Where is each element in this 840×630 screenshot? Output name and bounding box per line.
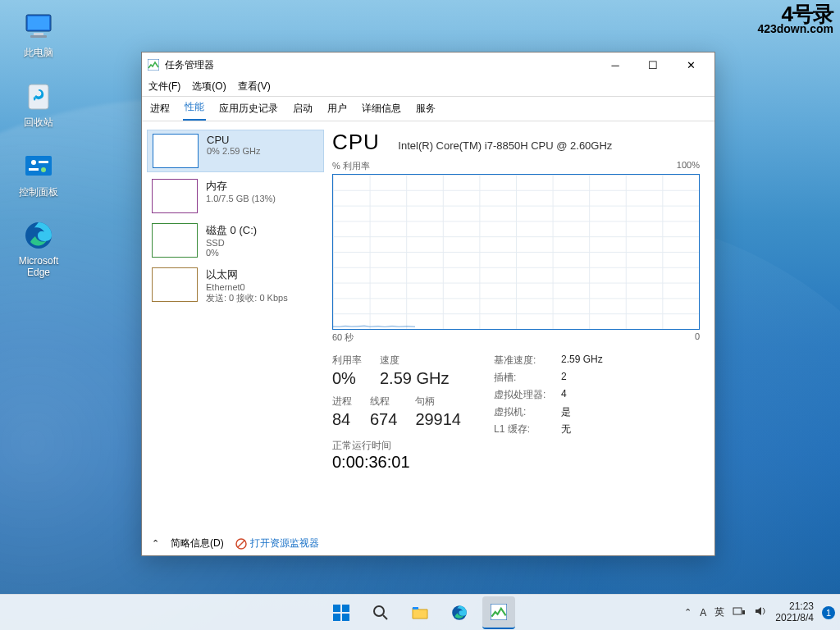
taskbar-center — [325, 596, 515, 629]
metric-key: 利用率 — [332, 354, 362, 368]
clock-date: 2021/8/4 — [775, 613, 814, 624]
ime-indicator-a[interactable]: A — [700, 607, 706, 619]
svg-rect-7 — [39, 161, 48, 163]
notification-badge[interactable]: 1 — [822, 606, 835, 619]
metric-value: 674 — [370, 410, 397, 429]
metric-sockets: 插槽:2 — [494, 371, 603, 385]
menu-view[interactable]: 查看(V) — [238, 80, 271, 94]
cpu-chart[interactable] — [332, 174, 700, 330]
tab-startup[interactable]: 启动 — [291, 97, 314, 121]
chart-line — [333, 324, 415, 327]
sidebar-sub: 0% 2.59 GHz — [207, 146, 260, 156]
metric-key: 线程 — [370, 395, 397, 409]
metric-value: 29914 — [415, 410, 461, 429]
sidebar-sub: 1.0/7.5 GB (13%) — [206, 194, 276, 203]
tab-performance[interactable]: 性能 — [183, 95, 206, 121]
folder-icon — [411, 604, 429, 622]
sidebar-info: 磁盘 0 (C:) SSD 0% — [206, 223, 257, 258]
metric-value: 2 — [561, 371, 567, 385]
svg-point-6 — [31, 160, 36, 165]
tab-users[interactable]: 用户 — [326, 97, 349, 121]
close-button[interactable]: ✕ — [672, 52, 710, 77]
tab-details[interactable]: 详细信息 — [360, 97, 403, 121]
sidebar-info: 内存 1.0/7.5 GB (13%) — [206, 179, 276, 213]
metric-value: 0% — [332, 369, 362, 388]
titlebar[interactable]: 任务管理器 ─ ☐ ✕ — [142, 52, 714, 77]
metric-value: 无 — [561, 422, 571, 436]
x-right: 0 — [695, 331, 700, 344]
link-label: 打开资源监视器 — [250, 536, 319, 550]
svg-rect-2 — [34, 33, 43, 35]
metric-value: 0:00:36:01 — [332, 453, 461, 472]
sidebar-title: CPU — [207, 134, 260, 146]
svg-rect-5 — [25, 156, 52, 176]
window-title: 任务管理器 — [165, 58, 214, 72]
metrics: 利用率 0% 速度 2.59 GHz 进程 84 — [332, 354, 700, 472]
tray-overflow-button[interactable]: ⌃ — [684, 607, 692, 618]
minimize-button[interactable]: ─ — [596, 52, 634, 77]
y-label: % 利用率 — [332, 160, 370, 172]
metric-value: 84 — [332, 410, 352, 429]
search-button[interactable] — [364, 596, 397, 629]
desktop-icon-label: 回收站 — [24, 116, 53, 130]
menu-options[interactable]: 选项(O) — [192, 80, 226, 94]
chart-x-labels: 60 秒 0 — [332, 331, 700, 344]
maximize-button[interactable]: ☐ — [634, 52, 672, 77]
metric-key: 虚拟机: — [494, 405, 551, 419]
svg-rect-3 — [30, 35, 47, 38]
disk-mini-chart — [152, 223, 198, 258]
metric-value: 4 — [561, 388, 567, 402]
svg-rect-17 — [342, 614, 349, 621]
taskmgr-icon — [147, 58, 160, 71]
desktop-icon-control-panel[interactable]: 控制面板 — [8, 148, 69, 199]
watermark-small: 423down.com — [757, 24, 833, 34]
window-footer: ⌃ 简略信息(D) 打开资源监视器 — [142, 531, 714, 555]
sidebar-item-cpu[interactable]: CPU 0% 2.59 GHz — [147, 130, 324, 172]
search-icon — [372, 605, 389, 621]
taskmgr-icon — [491, 604, 507, 620]
desktop-icon-this-pc[interactable]: 此电脑 — [8, 8, 69, 60]
metric-key: 进程 — [332, 395, 352, 409]
task-manager-window: 任务管理器 ─ ☐ ✕ 文件(F) 选项(O) 查看(V) 进程 性能 应用历史… — [141, 52, 715, 556]
svg-rect-24 — [742, 610, 745, 614]
perf-sidebar: CPU 0% 2.59 GHz 内存 1.0/7.5 GB (13%) 磁盘 0… — [142, 121, 329, 531]
fewer-details-link[interactable]: 简略信息(D) — [171, 536, 224, 550]
sidebar-item-disk[interactable]: 磁盘 0 (C:) SSD 0% — [147, 220, 324, 261]
sidebar-title: 以太网 — [206, 267, 288, 282]
tab-app-history[interactable]: 应用历史记录 — [217, 97, 280, 121]
pc-icon — [21, 8, 57, 44]
tab-processes[interactable]: 进程 — [148, 97, 171, 121]
sidebar-title: 内存 — [206, 179, 276, 194]
sidebar-sub: 0% — [206, 248, 257, 258]
sidebar-item-ethernet[interactable]: 以太网 Ethernet0 发送: 0 接收: 0 Kbps — [147, 264, 324, 308]
menu-file[interactable]: 文件(F) — [148, 80, 180, 94]
edge-icon — [450, 604, 468, 622]
volume-icon[interactable] — [754, 605, 767, 620]
metric-key: 正常运行时间 — [332, 439, 461, 453]
clock[interactable]: 21:23 2021/8/4 — [775, 601, 814, 624]
svg-rect-15 — [342, 605, 349, 612]
metric-key: 虚拟处理器: — [494, 388, 551, 402]
desktop-icon-edge[interactable]: Microsoft Edge — [8, 217, 69, 278]
chevron-up-icon[interactable]: ⌃ — [152, 538, 159, 549]
network-icon[interactable] — [733, 605, 746, 620]
open-resmon-link[interactable]: 打开资源监视器 — [235, 536, 319, 550]
sidebar-title: 磁盘 0 (C:) — [206, 223, 257, 238]
metric-uptime: 正常运行时间 0:00:36:01 — [332, 439, 461, 472]
edge-taskbar-button[interactable] — [443, 596, 476, 629]
metric-handles: 句柄 29914 — [415, 395, 461, 436]
explorer-button[interactable] — [404, 596, 436, 629]
cpu-model: Intel(R) Core(TM) i7-8850H CPU @ 2.60GHz — [398, 139, 612, 152]
clock-time: 21:23 — [775, 601, 814, 613]
tab-services[interactable]: 服务 — [414, 97, 437, 121]
metric-value: 是 — [561, 405, 571, 419]
desktop-icon-recycle-bin[interactable]: 回收站 — [8, 78, 69, 130]
chart-grid — [333, 175, 699, 329]
desktop-icon-label: Microsoft Edge — [8, 255, 69, 278]
watermark: 4号录 423down.com — [757, 5, 833, 34]
taskmgr-taskbar-button[interactable] — [482, 596, 515, 629]
svg-rect-16 — [333, 614, 340, 621]
ime-indicator-lang[interactable]: 英 — [714, 605, 724, 619]
start-button[interactable] — [325, 596, 358, 629]
sidebar-item-memory[interactable]: 内存 1.0/7.5 GB (13%) — [147, 176, 324, 217]
